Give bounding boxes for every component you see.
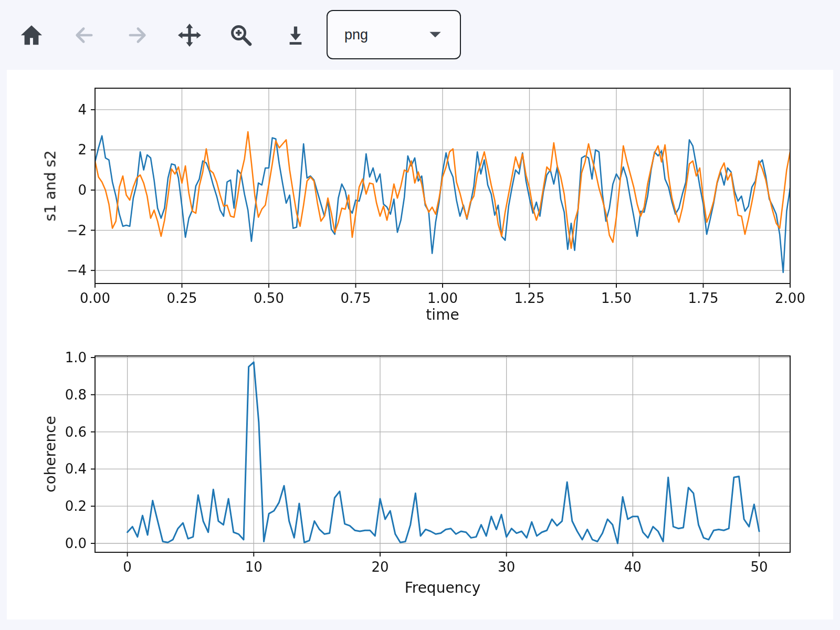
zoom-rect-button[interactable] <box>224 19 258 52</box>
y-axis-label: coherence <box>42 416 59 492</box>
magnifier-plus-icon <box>229 24 253 48</box>
home-icon <box>20 24 43 48</box>
x-tick-label: 1.75 <box>688 290 719 306</box>
format-select-value: png <box>344 27 368 43</box>
y-axis-label: s1 and s2 <box>42 150 59 221</box>
format-select[interactable]: png <box>327 10 461 59</box>
back-button[interactable] <box>67 19 101 52</box>
plot-toolbar: png <box>0 0 840 70</box>
y-tick-label: 0.6 <box>65 424 87 440</box>
arrow-left-icon <box>74 25 94 47</box>
x-tick-label: 0 <box>123 559 132 575</box>
x-tick-label: 50 <box>750 559 768 575</box>
pan-button[interactable] <box>173 19 206 52</box>
y-tick-label: 1.0 <box>65 350 87 365</box>
x-tick-label: 1.00 <box>427 290 458 306</box>
x-tick-label: 1.25 <box>514 290 545 306</box>
x-tick-label: 40 <box>624 559 642 575</box>
download-button[interactable] <box>279 19 312 52</box>
home-button[interactable] <box>15 19 48 52</box>
x-tick-label: 0.25 <box>167 290 197 306</box>
forward-button[interactable] <box>121 19 154 52</box>
y-tick-label: 0 <box>78 182 87 198</box>
x-axis-label: time <box>426 306 459 323</box>
x-tick-label: 0.75 <box>341 290 371 306</box>
x-tick-label: 0.00 <box>80 290 110 306</box>
y-tick-label: 0.2 <box>65 498 87 514</box>
download-icon <box>285 24 307 48</box>
y-tick-label: 0.8 <box>65 387 87 403</box>
caret-down-icon <box>428 31 442 39</box>
x-tick-label: 1.50 <box>601 290 632 306</box>
arrow-right-icon <box>127 25 148 47</box>
x-tick-label: 0.50 <box>254 290 284 306</box>
y-tick-label: 4 <box>78 102 87 118</box>
y-tick-label: 0.0 <box>65 536 87 551</box>
x-tick-label: 30 <box>498 559 515 575</box>
y-tick-label: 0.4 <box>65 461 87 477</box>
x-axis-label: Frequency <box>405 579 481 596</box>
x-tick-label: 10 <box>245 559 262 575</box>
figure-canvas[interactable] <box>0 0 840 630</box>
x-tick-label: 2.00 <box>775 290 805 306</box>
y-tick-label: −4 <box>67 262 87 278</box>
y-tick-label: 2 <box>78 142 87 158</box>
webagg-figure-page: 0.000.250.500.751.001.251.501.752.00−4−2… <box>0 0 840 630</box>
x-tick-label: 20 <box>371 559 388 575</box>
y-tick-label: −2 <box>67 223 87 238</box>
move-arrows-icon <box>177 23 202 49</box>
